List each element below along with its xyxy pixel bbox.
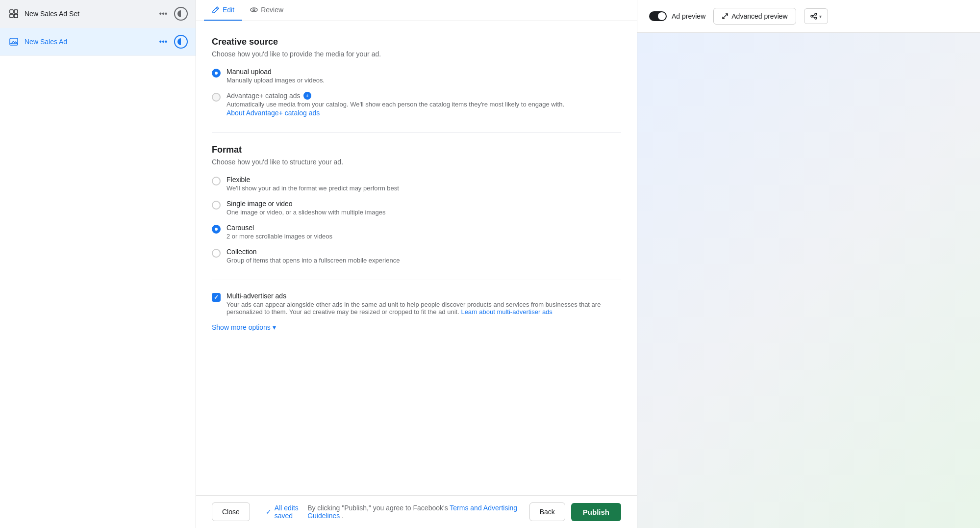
sidebar-item-ad-set[interactable]: New Sales Ad Set ••• <box>0 0 196 28</box>
multi-advertiser-title: Multi-advertiser ads <box>226 292 621 300</box>
ad-preview-label: Ad preview <box>672 12 705 20</box>
radio-option-carousel[interactable]: Carousel 2 or more scrollable images or … <box>212 224 621 240</box>
svg-rect-2 <box>10 14 13 18</box>
radio-single-desc: One image or video, or a slideshow with … <box>226 209 385 216</box>
ad-set-dots-button[interactable]: ••• <box>156 7 170 21</box>
share-icon <box>810 13 817 20</box>
format-section: Format Choose how you'd like to structur… <box>212 145 621 264</box>
grid-icon <box>8 8 20 20</box>
sidebar-item-ad-set-actions: ••• <box>156 7 188 21</box>
svg-line-13 <box>812 17 814 18</box>
svg-rect-3 <box>14 14 18 18</box>
publish-button[interactable]: Publish <box>571 503 621 521</box>
section-divider-1 <box>212 132 621 133</box>
app-container: New Sales Ad Set ••• New Sales Ad ••• <box>0 0 980 528</box>
preview-toggle-switch[interactable] <box>649 11 667 21</box>
publish-agree-text: By clicking "Publish," you agree to Face… <box>307 504 529 520</box>
radio-option-collection[interactable]: Collection Group of items that opens int… <box>212 248 621 264</box>
radio-collection-title: Collection <box>226 248 400 256</box>
ad-set-toggle-button[interactable] <box>174 7 188 21</box>
main-content: Edit Review Creative source Choose how y… <box>196 0 980 528</box>
svg-point-10 <box>811 15 813 17</box>
radio-option-advantage[interactable]: Advantage+ catalog ads + Automatically u… <box>212 92 621 117</box>
svg-line-6 <box>216 8 218 9</box>
check-icon: ✓ <box>266 508 272 516</box>
show-more-label: Show more options <box>212 323 271 331</box>
tabs-bar: Edit Review <box>196 0 637 21</box>
svg-point-8 <box>253 9 255 11</box>
radio-manual-desc: Manually upload images or videos. <box>226 77 325 84</box>
radio-advantage-desc: Automatically use media from your catalo… <box>226 101 564 108</box>
radio-flexible-title: Flexible <box>226 176 399 184</box>
radio-collection[interactable] <box>212 249 221 258</box>
chevron-down-icon: ▾ <box>819 14 822 19</box>
format-desc: Choose how you'd like to structure your … <box>212 158 621 166</box>
radio-manual[interactable] <box>212 69 221 78</box>
checkmark-icon: ✓ <box>214 294 219 301</box>
eye-icon <box>250 6 258 14</box>
saved-status: ✓ All edits saved <box>266 504 307 520</box>
svg-line-12 <box>812 15 814 16</box>
back-button[interactable]: Back <box>529 502 565 521</box>
multi-advertiser-desc: Your ads can appear alongside other ads … <box>226 301 621 316</box>
bottom-bar: Close ✓ All edits saved By clicking "Pub… <box>196 495 637 528</box>
creative-source-section: Creative source Choose how you'd like to… <box>212 37 621 117</box>
radio-option-single[interactable]: Single image or video One image or video… <box>212 200 621 216</box>
svg-rect-0 <box>10 10 13 13</box>
sidebar-item-ad-set-title: New Sales Ad Set <box>25 10 151 18</box>
svg-point-7 <box>251 8 257 12</box>
radio-option-manual[interactable]: Manual upload Manually upload images or … <box>212 68 621 84</box>
advantage-badge: + <box>303 92 311 100</box>
section-divider-2 <box>212 280 621 280</box>
tab-edit-label: Edit <box>223 6 234 14</box>
radio-collection-desc: Group of items that opens into a fullscr… <box>226 257 400 264</box>
pencil-icon <box>212 6 220 14</box>
ad-toggle-button[interactable] <box>174 35 188 49</box>
bottom-left: Close ✓ All edits saved <box>212 502 307 521</box>
radio-carousel-title: Carousel <box>226 224 332 232</box>
expand-icon <box>722 13 729 20</box>
tab-review-label: Review <box>261 6 283 14</box>
image-icon <box>8 36 20 48</box>
tab-review[interactable]: Review <box>242 0 291 21</box>
chevron-down-icon: ▾ <box>273 323 276 331</box>
saved-label: All edits saved <box>275 504 307 520</box>
preview-panel: Ad preview Advanced preview <box>637 0 980 528</box>
radio-flexible[interactable] <box>212 177 221 185</box>
creative-source-title: Creative source <box>212 37 621 47</box>
tab-edit[interactable]: Edit <box>204 0 242 21</box>
svg-point-11 <box>815 17 817 19</box>
sidebar: New Sales Ad Set ••• New Sales Ad ••• <box>0 0 196 528</box>
radio-advantage[interactable] <box>212 93 221 102</box>
radio-advantage-title: Advantage+ catalog ads + <box>226 92 564 100</box>
center-panel: Edit Review Creative source Choose how y… <box>196 0 637 528</box>
sidebar-item-ad-title: New Sales Ad <box>25 38 151 46</box>
bottom-actions: Back Publish <box>529 502 621 521</box>
advantage-link[interactable]: About Advantage+ catalog ads <box>226 109 564 117</box>
multi-advertiser-option[interactable]: ✓ Multi-advertiser ads Your ads can appe… <box>212 292 621 316</box>
multi-advertiser-link[interactable]: Learn about multi-advertiser ads <box>461 308 552 316</box>
sidebar-item-ad[interactable]: New Sales Ad ••• <box>0 28 196 56</box>
ad-preview-toggle: Ad preview <box>649 11 705 21</box>
format-title: Format <box>212 145 621 155</box>
advanced-preview-label: Advanced preview <box>731 12 787 20</box>
radio-manual-title: Manual upload <box>226 68 325 76</box>
radio-option-flexible[interactable]: Flexible We'll show your ad in the forma… <box>212 176 621 192</box>
multi-advertiser-checkbox[interactable]: ✓ <box>212 293 221 302</box>
show-more-button[interactable]: Show more options ▾ <box>212 323 276 331</box>
sidebar-item-ad-actions: ••• <box>156 35 188 49</box>
share-button[interactable]: ▾ <box>804 8 828 24</box>
radio-carousel-desc: 2 or more scrollable images or videos <box>226 233 332 240</box>
preview-body <box>637 33 980 528</box>
radio-single[interactable] <box>212 201 221 210</box>
radio-flexible-desc: We'll show your ad in the format we pred… <box>226 185 399 192</box>
close-button[interactable]: Close <box>212 502 250 521</box>
advanced-preview-button[interactable]: Advanced preview <box>713 8 796 25</box>
svg-rect-1 <box>14 10 18 13</box>
preview-header: Ad preview Advanced preview <box>637 0 980 33</box>
creative-source-desc: Choose how you'd like to provide the med… <box>212 50 621 58</box>
content-area: Creative source Choose how you'd like to… <box>196 21 637 495</box>
radio-carousel[interactable] <box>212 225 221 234</box>
svg-point-9 <box>815 13 817 15</box>
ad-dots-button[interactable]: ••• <box>156 35 170 49</box>
